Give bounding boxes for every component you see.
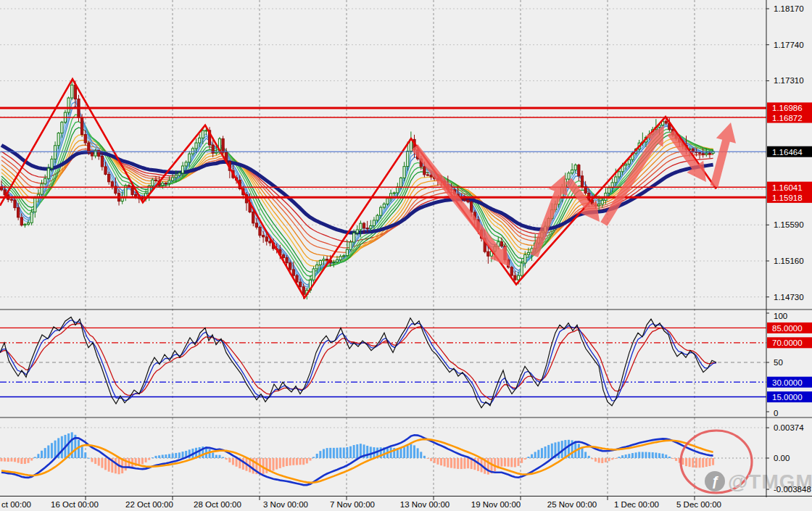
price-axis-label: 1.17740 bbox=[774, 41, 804, 49]
macd-histogram-bar bbox=[312, 457, 315, 458]
macd-histogram-bar bbox=[316, 454, 318, 458]
macd-histogram-bar bbox=[638, 452, 640, 458]
macd-histogram-bar bbox=[558, 441, 560, 458]
macd-histogram-bar bbox=[145, 458, 147, 462]
macd-histogram-bar bbox=[430, 458, 432, 461]
macd-histogram-bar bbox=[20, 458, 22, 464]
time-axis-label: 1 Dec 00:00 bbox=[614, 500, 659, 509]
svg-text:1.16041: 1.16041 bbox=[772, 183, 803, 192]
macd-histogram-bar bbox=[30, 458, 33, 461]
macd-histogram-bar bbox=[510, 458, 513, 467]
macd-histogram-bar bbox=[413, 445, 415, 458]
macd-histogram-bar bbox=[81, 446, 83, 458]
macd-histogram-bar bbox=[4, 458, 6, 462]
macd-histogram-bar bbox=[104, 458, 107, 470]
macd-histogram-bar bbox=[675, 458, 677, 461]
macd-histogram-bar bbox=[648, 452, 650, 458]
macd-histogram-bar bbox=[7, 458, 9, 462]
macd-histogram-bar bbox=[621, 455, 624, 458]
macd-histogram-bar bbox=[51, 443, 53, 458]
macd-histogram-bar bbox=[460, 458, 463, 469]
macd-histogram-bar bbox=[353, 445, 355, 458]
macd-histogram-bar bbox=[44, 448, 46, 458]
svg-text:1.16464: 1.16464 bbox=[772, 148, 803, 157]
macd-histogram-bar bbox=[242, 458, 244, 470]
macd-histogram-bar bbox=[165, 454, 167, 458]
macd-histogram-bar bbox=[319, 451, 321, 458]
macd-histogram-bar bbox=[440, 458, 442, 465]
macd-histogram-bar bbox=[618, 457, 620, 458]
macd-histogram-bar bbox=[309, 458, 311, 461]
macd-histogram-bar bbox=[581, 448, 583, 458]
macd-histogram-bar bbox=[625, 454, 627, 458]
macd-histogram-bar bbox=[692, 458, 694, 468]
macd-histogram-bar bbox=[289, 458, 291, 465]
oscillator-axis-label: 50 bbox=[774, 358, 783, 367]
time-axis-label: 16 Oct 00:00 bbox=[51, 500, 99, 509]
macd-histogram-bar bbox=[108, 458, 110, 472]
macd-histogram-bar bbox=[551, 444, 553, 458]
macd-histogram-bar bbox=[218, 455, 220, 458]
time-axis-label: 3 Nov 00:00 bbox=[263, 500, 308, 509]
macd-histogram-bar bbox=[265, 458, 268, 473]
macd-histogram-bar bbox=[504, 458, 506, 466]
macd-histogram-bar bbox=[292, 458, 294, 465]
macd-histogram-bar bbox=[141, 458, 144, 464]
macd-histogram-bar bbox=[611, 458, 613, 460]
macd-histogram-bar bbox=[228, 458, 231, 462]
macd-histogram-bar bbox=[689, 458, 691, 467]
macd-histogram-bar bbox=[705, 458, 708, 467]
svg-text:1.15918: 1.15918 bbox=[772, 194, 803, 202]
time-axis-label: 13 Nov 00:00 bbox=[400, 500, 450, 509]
macd-histogram-bar bbox=[349, 446, 352, 458]
chart-canvas[interactable]: ƒ@TMGM1.181701.177401.173101.155901.1516… bbox=[0, 0, 812, 511]
macd-histogram-bar bbox=[399, 448, 402, 458]
macd-histogram-bar bbox=[178, 452, 181, 458]
price-axis-label: 1.17310 bbox=[774, 76, 804, 85]
macd-histogram-bar bbox=[403, 447, 405, 458]
macd-histogram-bar bbox=[541, 448, 543, 458]
macd-histogram-bar bbox=[215, 455, 218, 458]
macd-histogram-bar bbox=[47, 445, 49, 458]
macd-histogram-bar bbox=[343, 448, 345, 458]
macd-histogram-bar bbox=[601, 458, 603, 463]
macd-histogram-bar bbox=[78, 440, 80, 458]
macd-histogram-bar bbox=[168, 454, 170, 458]
macd-histogram-bar bbox=[101, 458, 103, 468]
macd-histogram-bar bbox=[14, 458, 16, 462]
macd-histogram-bar bbox=[115, 458, 117, 473]
macd-histogram-bar bbox=[423, 456, 426, 458]
macd-histogram-bar bbox=[84, 452, 86, 458]
macd-histogram-bar bbox=[487, 458, 489, 475]
macd-histogram-bar bbox=[608, 458, 610, 461]
macd-histogram-bar bbox=[615, 458, 617, 459]
macd-histogram-bar bbox=[94, 458, 96, 464]
macd-histogram-bar bbox=[628, 454, 630, 458]
oscillator-badge: 30.0000 bbox=[767, 377, 812, 388]
macd-histogram-bar bbox=[518, 458, 520, 466]
macd-histogram-bar bbox=[356, 444, 358, 458]
macd-histogram-bar bbox=[685, 458, 687, 466]
price-axis-label: 1.18170 bbox=[774, 4, 804, 13]
oscillator-axis-label: 100 bbox=[774, 312, 787, 320]
oscillator-badge: 85.0000 bbox=[767, 323, 812, 333]
macd-histogram-bar bbox=[88, 458, 90, 459]
macd-histogram-bar bbox=[672, 458, 674, 459]
macd-histogram-bar bbox=[279, 458, 281, 468]
macd-histogram-bar bbox=[225, 458, 228, 460]
svg-text:70.0000: 70.0000 bbox=[772, 338, 803, 347]
macd-histogram-bar bbox=[635, 452, 637, 458]
macd-histogram-bar bbox=[306, 458, 308, 463]
macd-histogram-bar bbox=[695, 458, 697, 468]
macd-histogram-bar bbox=[547, 445, 550, 458]
macd-histogram-bar bbox=[457, 458, 459, 469]
macd-histogram-bar bbox=[1, 458, 3, 461]
macd-histogram-bar bbox=[37, 454, 39, 458]
macd-histogram-bar bbox=[410, 444, 412, 458]
macd-histogram-bar bbox=[286, 458, 288, 466]
macd-histogram-bar bbox=[366, 446, 368, 458]
oscillator-badge: 70.0000 bbox=[767, 337, 812, 348]
oscillator-axis-label: 0 bbox=[774, 409, 778, 417]
macd-axis-label: 0.00374 bbox=[774, 423, 804, 432]
macd-histogram-bar bbox=[508, 458, 510, 467]
